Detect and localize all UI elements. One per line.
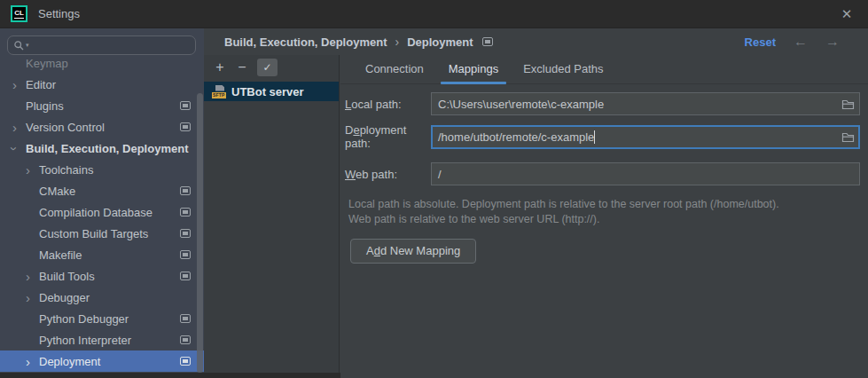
tab-excluded-paths[interactable]: Excluded Paths [511, 55, 615, 83]
deployment-path-label: Deployment path: [345, 123, 431, 150]
bottom-edge [0, 373, 340, 378]
settings-window: CL Settings ✕ ▾ Keymap›EditorPlugins›Ver… [0, 0, 868, 378]
help-line: Web path is relative to the web server U… [348, 212, 860, 227]
tab-connection[interactable]: Connection [353, 55, 436, 83]
sidebar-item-debugger[interactable]: ›Debugger [0, 287, 204, 308]
breadcrumb-separator: › [395, 35, 399, 49]
sidebar-item-keymap[interactable]: Keymap [0, 52, 204, 74]
sidebar-item-label: Python Interpreter [39, 334, 131, 347]
sidebar-item-label: Python Debugger [39, 312, 129, 326]
sidebar-item-deployment[interactable]: ›Deployment [0, 350, 204, 372]
sidebar-item-plugins[interactable]: Plugins [0, 95, 204, 116]
breadcrumb-current[interactable]: Deployment [407, 35, 473, 49]
server-list-panel: + − ✓ SFTP UTBot server [204, 55, 340, 378]
project-settings-icon [180, 272, 191, 280]
project-settings-icon [180, 186, 191, 195]
sidebar-item-label: Editor [26, 78, 56, 91]
web-path-label: Web path: [345, 168, 431, 181]
reset-button[interactable]: Reset [745, 35, 776, 49]
deployment-path-row: Deployment path: /home/utbot/remote/c-ex… [345, 123, 860, 150]
chevron-down-icon[interactable]: › [12, 142, 26, 155]
sidebar-item-label: Keymap [26, 57, 68, 70]
close-icon[interactable]: ✕ [836, 6, 857, 22]
project-settings-icon [180, 314, 191, 323]
sidebar-item-label: Deployment [39, 355, 100, 368]
web-path-row: Web path: / [345, 162, 860, 185]
sidebar-item-label: Plugins [26, 99, 64, 113]
local-path-input[interactable]: C:\Users\user\remote\c-example [431, 92, 860, 115]
chevron-right-icon[interactable]: › [26, 270, 39, 283]
text-caret [594, 130, 595, 144]
local-path-label: Local path: [345, 98, 431, 111]
sidebar-item-label: Version Control [26, 121, 105, 134]
settings-tree: Keymap›EditorPlugins›Version Control›Bui… [0, 52, 204, 372]
project-settings-icon [180, 101, 191, 110]
project-settings-icon [180, 357, 191, 366]
sidebar-item-python-debugger[interactable]: Python Debugger [0, 308, 204, 329]
breadcrumb-parent[interactable]: Build, Execution, Deployment [224, 35, 387, 49]
tabs-row: ConnectionMappingsExcluded Paths [340, 55, 868, 84]
search-box[interactable]: ▾ [7, 35, 196, 55]
search-icon [13, 40, 25, 51]
project-settings-icon [180, 229, 191, 238]
project-settings-icon [180, 208, 191, 217]
window-title: Settings [38, 7, 80, 20]
sidebar-item-label: Build Tools [39, 270, 95, 283]
sidebar-item-python-interpreter[interactable]: Python Interpreter [0, 329, 204, 350]
server-name: UTBot server [231, 85, 304, 98]
chevron-right-icon[interactable]: › [12, 121, 26, 134]
clion-logo-icon: CL [11, 5, 27, 22]
project-settings-icon [180, 250, 191, 259]
sidebar-item-label: Makefile [39, 248, 82, 262]
sidebar-item-editor[interactable]: ›Editor [0, 74, 204, 95]
project-settings-icon [482, 37, 493, 46]
sidebar-item-label: Debugger [39, 291, 90, 304]
settings-sidebar: ▾ Keymap›EditorPlugins›Version Control›B… [0, 28, 204, 378]
local-path-row: Local path: C:\Users\user\remote\c-examp… [345, 92, 860, 115]
add-new-mapping-button[interactable]: Add New Mapping [350, 239, 476, 264]
sidebar-item-label: Toolchains [39, 163, 93, 177]
sidebar-item-compilation-database[interactable]: Compilation Database [0, 201, 204, 223]
web-path-value: / [438, 168, 442, 181]
sidebar-item-label: Custom Build Targets [39, 227, 148, 240]
sidebar-item-custom-build-targets[interactable]: Custom Build Targets [0, 223, 204, 244]
sidebar-scrollbar[interactable] [197, 93, 203, 373]
sidebar-item-toolchains[interactable]: ›Toolchains [0, 159, 204, 180]
tab-mappings[interactable]: Mappings [436, 55, 511, 83]
sidebar-item-label: Build, Execution, Deployment [26, 142, 188, 155]
deployment-path-value: /home/utbot/remote/c-example [438, 130, 594, 144]
mappings-form: Local path: C:\Users\user\remote\c-examp… [340, 84, 868, 264]
forward-arrow-icon[interactable]: → [825, 34, 840, 50]
use-as-default-toggle[interactable]: ✓ [257, 59, 278, 76]
remove-server-button[interactable]: − [235, 60, 249, 75]
browse-folder-icon[interactable] [836, 131, 855, 143]
sidebar-item-build-execution-deployment[interactable]: ›Build, Execution, Deployment [0, 138, 204, 159]
help-line: Local path is absolute. Deployment path … [348, 197, 860, 212]
chevron-right-icon[interactable]: › [26, 291, 39, 304]
deployment-content: ConnectionMappingsExcluded Paths Local p… [340, 55, 868, 378]
sidebar-item-label: Compilation Database [39, 206, 152, 219]
button-row: Add New Mapping [345, 239, 860, 264]
sidebar-item-build-tools[interactable]: ›Build Tools [0, 265, 204, 287]
search-input[interactable] [30, 39, 190, 51]
project-settings-icon [180, 122, 191, 131]
local-path-value: C:\Users\user\remote\c-example [438, 98, 604, 111]
sidebar-item-makefile[interactable]: Makefile [0, 244, 204, 265]
sftp-server-icon: SFTP [212, 84, 227, 99]
mapping-help-text: Local path is absolute. Deployment path … [348, 197, 860, 227]
chevron-right-icon[interactable]: › [12, 78, 26, 91]
deployment-path-input[interactable]: /home/utbot/remote/c-example [431, 125, 860, 149]
add-server-button[interactable]: + [213, 60, 227, 75]
web-path-input[interactable]: / [431, 162, 860, 185]
search-history-caret-icon[interactable]: ▾ [26, 42, 29, 49]
server-list-item[interactable]: SFTP UTBot server [204, 82, 339, 101]
browse-folder-icon[interactable] [836, 98, 855, 110]
sidebar-item-version-control[interactable]: ›Version Control [0, 116, 204, 138]
server-toolbar: + − ✓ [204, 55, 339, 80]
project-settings-icon [180, 335, 191, 344]
back-arrow-icon[interactable]: ← [794, 34, 808, 50]
chevron-right-icon[interactable]: › [26, 355, 39, 368]
chevron-right-icon[interactable]: › [26, 163, 39, 177]
sidebar-item-label: CMake [39, 185, 75, 198]
sidebar-item-cmake[interactable]: CMake [0, 180, 204, 201]
